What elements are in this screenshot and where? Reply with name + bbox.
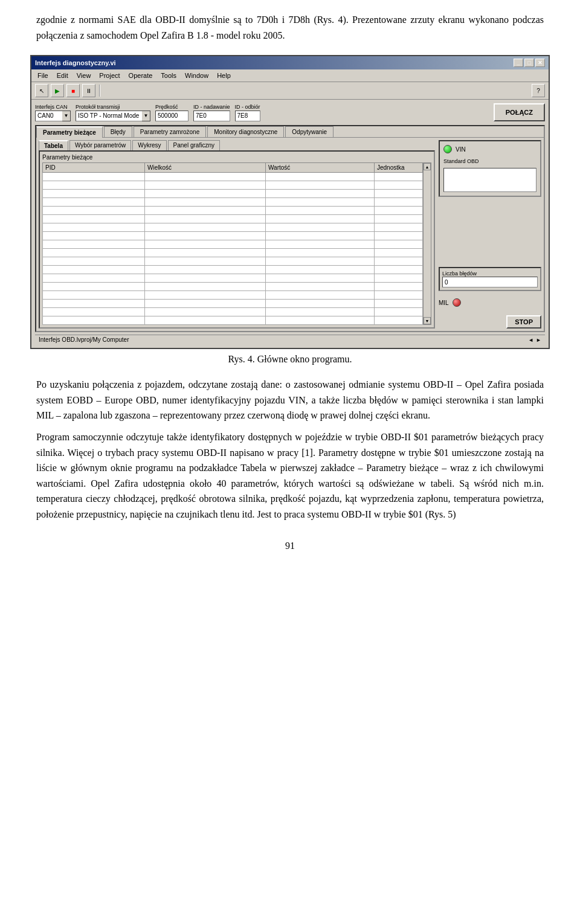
table-cell: [43, 223, 145, 232]
menu-operate[interactable]: Operate: [125, 71, 156, 80]
table-cell: [145, 300, 266, 308]
protokol-arrow[interactable]: ▼: [142, 111, 150, 121]
table-cell: [375, 274, 423, 283]
protokol-label: Protokół transmisji: [76, 104, 150, 110]
toolbar-separator: [99, 85, 100, 97]
menu-view[interactable]: View: [73, 71, 95, 80]
table-section-label: Parametry bieżące: [42, 154, 431, 161]
minimize-button[interactable]: _: [514, 59, 523, 67]
toolbar-extra-btn[interactable]: ?: [532, 84, 545, 97]
col-wartosc: Wartość: [266, 163, 375, 173]
tab-monitory[interactable]: Monitory diagnostyczne: [207, 126, 284, 137]
toolbar-run-btn[interactable]: ▶: [51, 84, 64, 97]
table-cell: [43, 181, 145, 190]
table-cell: [375, 300, 423, 308]
tab-odpytywanie[interactable]: Odpytywanie: [285, 126, 334, 137]
connect-button[interactable]: POŁĄCZ: [494, 103, 545, 121]
table-cell: [145, 190, 266, 198]
table-cell: [266, 300, 375, 308]
menu-project[interactable]: Project: [95, 71, 123, 80]
table-cell: [145, 240, 266, 249]
standard-obd-label: Standard OBD: [443, 158, 536, 164]
table-area: Parametry bieżące PID Wielkość Wartość: [39, 150, 435, 329]
table-cell: [266, 257, 375, 266]
table-row: [43, 181, 423, 190]
table-cell: [145, 316, 266, 325]
interfejs-group: Interfejs CAN CAN0 ▼: [35, 104, 71, 121]
inner-tab-tabela[interactable]: Tabela: [39, 140, 68, 150]
table-scrollbar[interactable]: ▲ ▼: [423, 162, 431, 325]
tab-parametry-zamrozone[interactable]: Parametry zamrożone: [134, 126, 206, 137]
standard-obd-field[interactable]: [443, 168, 536, 192]
errors-area: Liczba błędów 0: [439, 267, 541, 291]
table-cell: [43, 173, 145, 181]
left-panel: Tabela Wybór parametrów Wykresy Panel gr…: [39, 140, 435, 329]
stop-button[interactable]: STOP: [506, 315, 541, 329]
mil-label: MIL: [439, 300, 449, 306]
maximize-button[interactable]: □: [524, 59, 534, 67]
table-cell: [43, 249, 145, 257]
toolbar: ↖ ▶ ■ ⏸ ?: [31, 82, 549, 100]
table-cell: [145, 291, 266, 300]
table-cell: [43, 198, 145, 207]
right-panel: VIN Standard OBD Liczba błędów 0: [439, 140, 541, 329]
table-cell: [43, 283, 145, 291]
menu-help[interactable]: Help: [213, 71, 234, 80]
scroll-up-arrow[interactable]: ▲: [424, 163, 431, 170]
mil-row: MIL: [439, 298, 541, 307]
body-paragraph-2: Program samoczynnie odczytuje także iden…: [36, 429, 544, 522]
status-bar: Interfejs OBD.lvproj/My Computer ◄ ►: [35, 335, 545, 344]
col-wielkosc: Wielkość: [145, 163, 266, 173]
inner-tab-panel[interactable]: Panel graficzny: [168, 140, 220, 150]
controls-row: Interfejs CAN CAN0 ▼ Protokół transmisji…: [35, 103, 545, 121]
table-cell: [375, 291, 423, 300]
figure-caption: Rys. 4. Główne okno programu.: [228, 354, 352, 365]
table-row: [43, 308, 423, 316]
inner-tab-wybor[interactable]: Wybór parametrów: [69, 140, 131, 150]
outer-tabs-row: Parametry bieżące Błędy Parametry zamroż…: [36, 126, 544, 137]
close-button[interactable]: ✕: [535, 59, 545, 67]
table-cell: [43, 190, 145, 198]
interfejs-field[interactable]: CAN0: [35, 111, 62, 121]
body-text: Po uzyskaniu połączenia z pojazdem, odcz…: [36, 377, 544, 522]
table-cell: [43, 300, 145, 308]
col-pid: PID: [43, 163, 145, 173]
predkosc-field[interactable]: 500000: [155, 111, 188, 121]
tab-parametry-biezace[interactable]: Parametry bieżące: [36, 126, 103, 138]
interfejs-arrow[interactable]: ▼: [62, 111, 71, 121]
outer-tabs-container: Parametry bieżące Błędy Parametry zamroż…: [35, 125, 545, 332]
table-row: [43, 249, 423, 257]
menu-window[interactable]: Window: [181, 71, 212, 80]
toolbar-pause-btn[interactable]: ⏸: [82, 84, 95, 97]
table-cell: [145, 173, 266, 181]
toolbar-stop-btn[interactable]: ■: [66, 84, 80, 97]
table-row: [43, 215, 423, 223]
right-spacer: [439, 202, 541, 262]
toolbar-arrow-btn[interactable]: ↖: [35, 84, 48, 97]
window-controls: _ □ ✕: [514, 59, 545, 67]
table-cell: [43, 274, 145, 283]
table-cell: [375, 198, 423, 207]
scroll-down-arrow[interactable]: ▼: [424, 317, 431, 324]
table-cell: [266, 274, 375, 283]
menu-edit[interactable]: Edit: [53, 71, 72, 80]
table-cell: [43, 240, 145, 249]
menu-file[interactable]: File: [34, 71, 52, 80]
protokol-field[interactable]: ISO TP - Normal Mode: [76, 111, 142, 121]
tab-bledy[interactable]: Błędy: [104, 126, 132, 137]
stop-btn-wrap: STOP: [439, 315, 541, 329]
table-cell: [145, 232, 266, 240]
id-odbior-field[interactable]: 7E8: [235, 111, 260, 121]
menu-tools[interactable]: Tools: [157, 71, 180, 80]
data-table: PID Wielkość Wartość Jednostka: [42, 162, 423, 325]
id-nadawanie-field[interactable]: 7E0: [193, 111, 230, 121]
table-cell: [145, 308, 266, 316]
table-cell: [43, 207, 145, 215]
table-cell: [145, 249, 266, 257]
win-content: Interfejs CAN CAN0 ▼ Protokół transmisji…: [31, 100, 549, 348]
errors-label: Liczba błędów: [442, 271, 538, 277]
table-cell: [375, 223, 423, 232]
inner-tab-wykresy[interactable]: Wykresy: [132, 140, 166, 150]
vin-area: VIN Standard OBD: [439, 140, 541, 197]
vin-led: [443, 145, 452, 153]
